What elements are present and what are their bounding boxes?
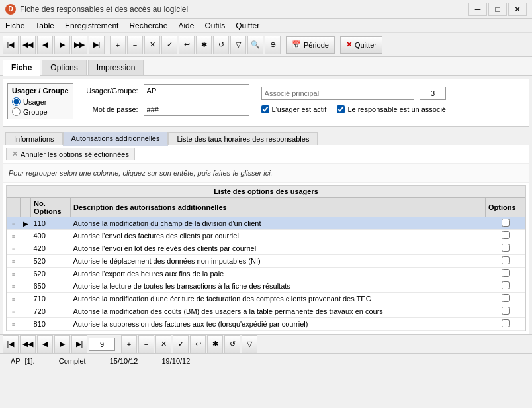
menu-quitter[interactable]: Quitter [230,19,265,32]
table-row[interactable]: ≡ 420 Autorise l'envoi en lot des relevé… [7,242,525,255]
radio-groupe[interactable] [12,107,21,116]
mot-de-passe-input[interactable] [144,103,249,116]
nav-prev-fast-button[interactable]: ◀◀ [20,36,36,54]
option-checkbox-cell[interactable] [486,318,525,331]
option-checkbox-cell[interactable] [486,242,525,255]
option-checkbox-cell[interactable] [486,255,525,268]
title-controls[interactable]: ─ □ ✕ [468,3,527,16]
option-checkbox[interactable] [502,294,510,302]
option-checkbox[interactable] [502,307,510,315]
status-bar: AP- [1]. Complet 15/10/12 19/10/12 [0,353,532,368]
bottom-nav-next[interactable]: ▶ [54,335,70,354]
bottom-refresh[interactable]: ↺ [224,335,240,354]
add-button[interactable]: + [110,36,126,54]
bottom-nav-prev-fast[interactable]: ◀◀ [20,335,36,354]
page-input[interactable] [89,338,115,351]
star-button[interactable]: ✱ [196,36,212,54]
tab-fiche[interactable]: Fiche [3,60,40,76]
responsable-associe-label[interactable]: Le responsable est un associé [337,105,446,113]
table-row[interactable]: ≡ 620 Autorise l'export des heures aux f… [7,268,525,280]
remove-button[interactable]: − [127,36,143,54]
usager-actif-checkbox[interactable] [261,105,269,113]
drag-handle-cell: ≡ [7,318,21,331]
usager-groupe-input[interactable] [144,84,249,97]
menu-table[interactable]: Table [30,19,60,32]
option-checkbox-cell[interactable] [486,217,525,230]
col-arrow-header [21,198,31,217]
table-row[interactable]: ≡ 650 Autorise la lecture de toutes les … [7,280,525,293]
table-row[interactable]: ≡ 710 Autorise la modification d'une écr… [7,293,525,305]
sub-tab-autorisations[interactable]: Autorisations additionnelles [63,132,169,146]
radio-usager[interactable] [12,97,21,106]
search2-button[interactable]: 🔍 [247,36,263,54]
option-checkbox-cell[interactable] [486,280,525,293]
option-checkbox[interactable] [502,244,510,252]
option-checkbox-cell[interactable] [486,305,525,318]
col-options-header[interactable]: Options [486,198,525,217]
bottom-nav-prev[interactable]: ◀ [37,335,53,354]
no-options-cell: 520 [31,255,71,268]
bottom-remove[interactable]: − [138,335,154,354]
associe-principal-input[interactable] [261,87,414,100]
bottom-nav-first[interactable]: |◀ [3,335,19,354]
associe-num-input[interactable] [420,87,446,100]
bottom-cancel[interactable]: ✕ [155,335,171,354]
minimize-button[interactable]: ─ [468,3,487,16]
bottom-undo[interactable]: ↩ [190,335,206,354]
nav-next-fast-button[interactable]: ▶▶ [71,36,87,54]
menu-fiche[interactable]: Fiche [0,19,30,32]
option-checkbox-cell[interactable] [486,293,525,305]
table-row[interactable]: ≡ ▶ 110 Autorise la modification du cham… [7,217,525,230]
quitter-button[interactable]: ✕ Quitter [340,36,382,54]
table-row[interactable]: ≡ 400 Autorise l'envoi des factures des … [7,230,525,242]
description-cell: Autorise le déplacement des données non … [71,255,486,268]
bottom-star[interactable]: ✱ [207,335,223,354]
tab-options[interactable]: Options [42,60,86,75]
option-checkbox-cell[interactable] [486,268,525,280]
bottom-filter[interactable]: ▽ [242,335,257,354]
option-checkbox[interactable] [502,269,510,277]
table-row[interactable]: ≡ 520 Autorise le déplacement des donnée… [7,255,525,268]
filter-button[interactable]: ▽ [230,36,246,54]
tab-impression[interactable]: Impression [88,60,144,75]
option-checkbox[interactable] [502,256,510,264]
sub-tab-informations[interactable]: Informations [5,132,63,145]
annuler-button[interactable]: ✕ Annuler les options sélectionnées [6,148,135,160]
arrow-cell [21,255,31,268]
drag-icon: ≡ [12,321,15,328]
close-button[interactable]: ✕ [508,3,527,16]
bottom-nav-last[interactable]: ▶| [71,335,87,354]
col-no-header[interactable]: No. Options [31,198,71,217]
option-checkbox[interactable] [502,219,510,227]
option-checkbox[interactable] [502,319,510,327]
usager-actif-label[interactable]: L'usager est actif [261,105,327,113]
refresh-button[interactable]: ↺ [213,36,229,54]
nav-first-button[interactable]: |◀ [3,36,19,54]
cancel-button[interactable]: ✕ [144,36,160,54]
responsable-associe-checkbox[interactable] [337,105,345,113]
maximize-button[interactable]: □ [488,3,507,16]
undo-button[interactable]: ↩ [179,36,195,54]
nav-prev-button[interactable]: ◀ [37,36,53,54]
confirm-button[interactable]: ✓ [161,36,177,54]
option-checkbox[interactable] [502,281,510,289]
nav-last-button[interactable]: ▶| [89,36,105,54]
table-row[interactable]: ≡ 810 Autorise la suppression des factur… [7,318,525,331]
radio-groupe-label[interactable]: Groupe [12,107,69,116]
bottom-add[interactable]: + [121,335,137,354]
menu-outils[interactable]: Outils [199,19,230,32]
bottom-confirm[interactable]: ✓ [173,335,189,354]
menu-aide[interactable]: Aide [173,19,199,32]
sub-tab-taux[interactable]: Liste des taux horaires des responsables [168,132,318,145]
no-options-cell: 420 [31,242,71,255]
radio-usager-label[interactable]: Usager [12,97,69,106]
table-row[interactable]: ≡ 720 Autorise la modification des coûts… [7,305,525,318]
menu-enregistrement[interactable]: Enregistrement [60,19,124,32]
col-desc-header[interactable]: Description des autorisations additionne… [71,198,486,217]
periode-button[interactable]: 📅 Période [286,36,335,54]
option-checkbox[interactable] [502,231,510,239]
magnify-button[interactable]: ⊕ [265,36,281,54]
menu-recherche[interactable]: Recherche [124,19,173,32]
option-checkbox-cell[interactable] [486,230,525,242]
nav-next-button[interactable]: ▶ [54,36,70,54]
